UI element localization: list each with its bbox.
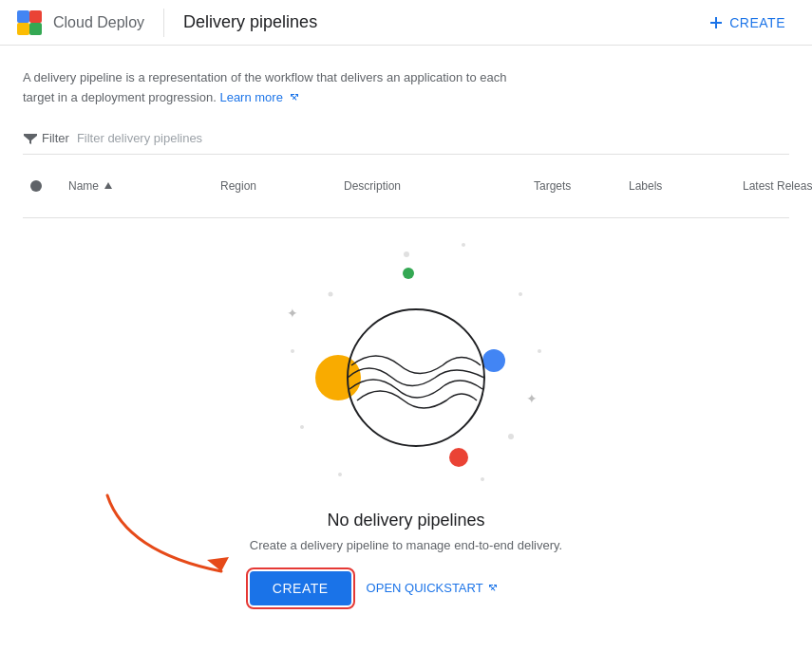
svg-rect-1: [29, 10, 42, 23]
svg-point-19: [449, 448, 468, 467]
col-description: Description: [336, 162, 526, 210]
main-content: A delivery pipeline is a representation …: [0, 46, 812, 605]
filter-bar: Filter: [23, 131, 789, 155]
empty-text-section: No delivery pipelines Create a delivery …: [250, 511, 562, 605]
svg-point-6: [404, 251, 409, 257]
col-description-label: Description: [344, 179, 401, 193]
svg-point-12: [300, 425, 304, 429]
svg-point-11: [538, 349, 541, 353]
svg-rect-2: [17, 23, 29, 35]
svg-point-8: [328, 291, 332, 296]
svg-text:✦: ✦: [287, 306, 298, 321]
col-region-label: Region: [220, 179, 256, 193]
col-name[interactable]: Name: [61, 162, 213, 210]
learn-more-label: Learn more: [219, 90, 282, 104]
svg-point-14: [481, 477, 484, 481]
arrow-svg: [88, 476, 278, 600]
col-region: Region: [213, 162, 336, 210]
empty-state: ✦ ✦ No delivery pipelines Create a deliv…: [23, 237, 789, 605]
svg-text:✦: ✦: [526, 391, 538, 406]
plus-icon: [708, 15, 724, 30]
svg-point-9: [291, 349, 294, 353]
logo-area: Cloud Deploy: [15, 9, 164, 37]
cloud-deploy-logo: [15, 9, 44, 37]
col-targets: Targets: [526, 162, 621, 210]
col-targets-label: Targets: [534, 179, 571, 193]
page-title: Delivery pipelines: [183, 12, 697, 32]
svg-rect-0: [17, 10, 29, 23]
filter-label: Filter: [42, 131, 69, 145]
header-create-label: CREATE: [729, 15, 785, 30]
col-labels-label: Labels: [629, 179, 662, 193]
col-select: [23, 162, 61, 210]
empty-illustration: ✦ ✦: [255, 237, 558, 503]
empty-state-svg: ✦ ✦: [255, 237, 558, 503]
empty-subtitle: Create a delivery pipeline to manage end…: [250, 538, 562, 552]
learn-more-link[interactable]: Learn more: [219, 90, 299, 104]
svg-point-16: [403, 268, 414, 279]
svg-rect-5: [710, 22, 722, 24]
svg-rect-3: [29, 23, 42, 35]
col-labels: Labels: [621, 162, 735, 210]
app-header: Cloud Deploy Delivery pipelines CREATE: [0, 0, 812, 46]
svg-point-10: [519, 292, 522, 296]
quickstart-label: OPEN QUICKSTART: [367, 581, 483, 595]
select-all-checkbox[interactable]: [30, 180, 42, 192]
col-name-label: Name: [68, 179, 99, 193]
product-name: Cloud Deploy: [53, 14, 144, 31]
header-create-button[interactable]: CREATE: [697, 9, 797, 36]
col-latest-release: Latest Release: [735, 162, 812, 210]
svg-point-18: [482, 349, 505, 372]
svg-point-7: [462, 243, 465, 247]
sort-asc-icon: [103, 180, 114, 192]
filter-input[interactable]: [77, 131, 267, 145]
svg-point-17: [315, 355, 361, 400]
external-link-icon: [289, 92, 300, 103]
svg-point-15: [338, 473, 342, 476]
open-quickstart-link[interactable]: OPEN QUICKSTART: [367, 581, 499, 595]
empty-actions: CREATE OPEN QUICKSTART: [250, 571, 562, 605]
col-latest-release-label: Latest Release: [743, 179, 812, 193]
empty-title: No delivery pipelines: [250, 511, 562, 530]
table-header: Name Region Description Targets Labels L…: [23, 155, 789, 218]
svg-point-20: [348, 309, 484, 446]
filter-icon: [23, 131, 38, 146]
filter-icon-wrap: Filter: [23, 131, 69, 146]
description-text: A delivery pipeline is a representation …: [23, 68, 517, 108]
quickstart-external-icon: [487, 583, 499, 594]
svg-point-13: [508, 434, 514, 439]
